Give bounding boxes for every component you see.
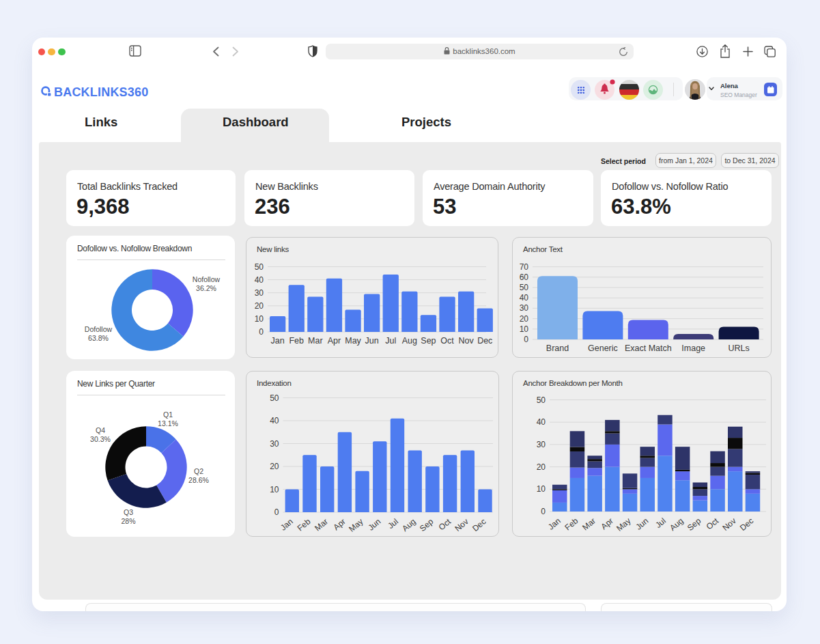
svg-text:40: 40: [270, 416, 279, 425]
svg-text:Feb: Feb: [289, 336, 304, 346]
svg-text:May: May: [345, 336, 361, 346]
svg-text:Nov: Nov: [459, 336, 475, 346]
svg-text:Jul: Jul: [385, 336, 396, 346]
svg-text:Aug: Aug: [400, 517, 417, 533]
svg-text:Nov: Nov: [453, 517, 470, 533]
svg-text:Apr: Apr: [599, 516, 614, 532]
svg-text:May: May: [614, 516, 632, 533]
svg-text:Aug: Aug: [402, 336, 417, 346]
svg-text:Feb: Feb: [296, 516, 313, 533]
svg-text:Jul: Jul: [386, 517, 400, 531]
svg-text:50: 50: [270, 393, 279, 403]
svg-text:40: 40: [255, 275, 264, 285]
svg-text:10: 10: [520, 324, 529, 334]
svg-text:Jun: Jun: [366, 517, 382, 533]
svg-text:Jun: Jun: [365, 336, 379, 346]
svg-text:Feb: Feb: [563, 516, 580, 532]
svg-text:30: 30: [537, 440, 546, 449]
svg-text:0: 0: [541, 507, 546, 516]
svg-text:Sep: Sep: [685, 516, 703, 533]
svg-text:30: 30: [520, 303, 529, 313]
svg-text:Nov: Nov: [720, 516, 737, 533]
svg-text:20: 20: [255, 301, 264, 311]
svg-text:Jan: Jan: [271, 336, 285, 346]
svg-text:30: 30: [270, 439, 279, 449]
svg-text:Oct: Oct: [705, 516, 721, 531]
svg-text:Jul: Jul: [653, 516, 668, 531]
svg-text:40: 40: [520, 293, 529, 303]
svg-text:Oct: Oct: [437, 516, 453, 532]
svg-text:10: 10: [537, 484, 546, 494]
svg-text:20: 20: [537, 462, 546, 472]
svg-text:Image: Image: [681, 344, 705, 353]
svg-text:10: 10: [255, 314, 264, 324]
svg-text:Sep: Sep: [418, 516, 436, 533]
svg-text:40: 40: [537, 417, 546, 427]
svg-text:50: 50: [255, 262, 264, 272]
svg-text:Dec: Dec: [738, 516, 755, 533]
svg-text:Aug: Aug: [668, 516, 685, 533]
svg-text:Dec: Dec: [477, 336, 492, 346]
svg-text:Jun: Jun: [634, 516, 650, 532]
svg-text:30: 30: [255, 288, 264, 298]
svg-text:50: 50: [537, 395, 546, 405]
svg-text:Jan: Jan: [546, 516, 563, 532]
svg-text:Mar: Mar: [580, 516, 597, 533]
svg-text:Brand: Brand: [546, 344, 569, 353]
svg-text:URLs: URLs: [728, 344, 749, 353]
svg-text:Oct: Oct: [440, 336, 454, 346]
svg-text:May: May: [347, 517, 365, 534]
svg-text:50: 50: [520, 283, 529, 292]
svg-text:Apr: Apr: [332, 517, 348, 533]
svg-text:10: 10: [270, 485, 279, 494]
svg-text:Mar: Mar: [313, 517, 330, 533]
svg-text:20: 20: [520, 314, 529, 324]
svg-text:Apr: Apr: [328, 336, 341, 346]
svg-text:20: 20: [270, 462, 279, 471]
svg-text:Generic: Generic: [588, 344, 618, 353]
svg-text:60: 60: [520, 272, 529, 282]
svg-text:0: 0: [524, 335, 528, 344]
svg-text:Mar: Mar: [308, 336, 323, 346]
svg-text:Sep: Sep: [421, 336, 436, 346]
svg-text:0: 0: [259, 327, 264, 337]
svg-text:Dec: Dec: [470, 517, 487, 533]
svg-text:70: 70: [520, 262, 529, 272]
svg-text:0: 0: [274, 507, 279, 517]
svg-text:Jan: Jan: [279, 517, 295, 533]
svg-text:Exact Match: Exact Match: [625, 344, 672, 353]
